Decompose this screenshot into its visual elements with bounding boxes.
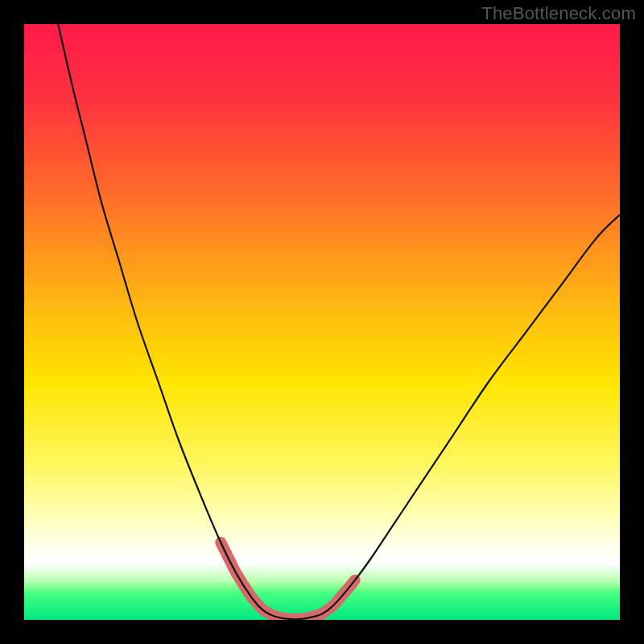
chart-container: TheBottleneck.com <box>0 0 644 644</box>
watermark-text: TheBottleneck.com <box>481 3 636 24</box>
gradient-background <box>24 24 620 620</box>
bottleneck-chart <box>0 0 644 644</box>
